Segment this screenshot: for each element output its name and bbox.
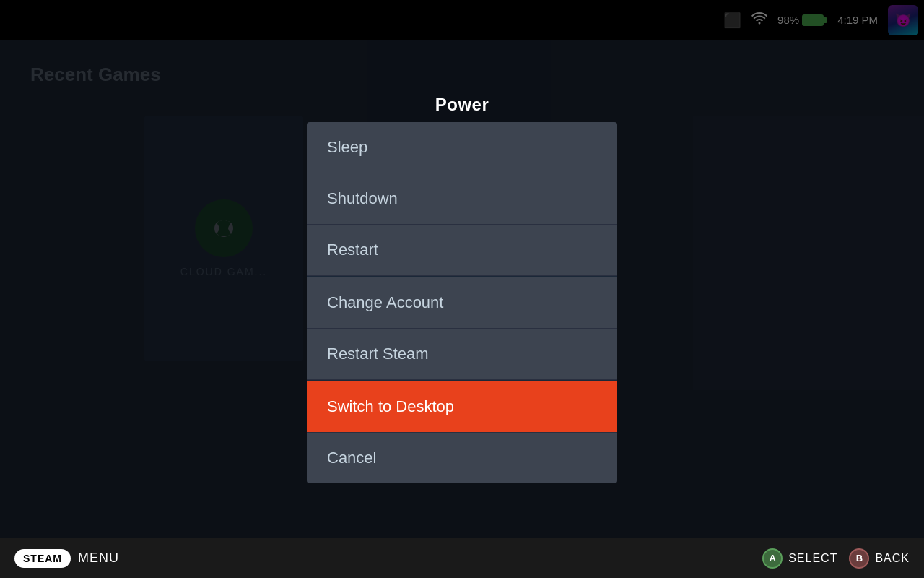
modal-overlay: Power Sleep Shutdown Restart Change Acco…	[0, 0, 924, 578]
select-label: SELECT	[788, 552, 837, 565]
select-control[interactable]: A SELECT	[762, 548, 837, 569]
menu-item-sleep[interactable]: Sleep	[307, 122, 617, 173]
menu-item-restart[interactable]: Restart	[307, 225, 617, 276]
menu-label: MENU	[78, 551, 119, 566]
menu-item-restart-steam[interactable]: Restart Steam	[307, 329, 617, 380]
change-account-label: Change Account	[327, 293, 443, 312]
power-dialog: Power Sleep Shutdown Restart Change Acco…	[307, 95, 617, 483]
steam-pill[interactable]: STEAM	[14, 549, 71, 568]
steam-menu-button[interactable]: STEAM MENU	[14, 549, 119, 568]
menu-item-change-account[interactable]: Change Account	[307, 276, 617, 329]
a-button[interactable]: A	[762, 548, 783, 569]
cancel-label: Cancel	[327, 449, 376, 467]
switch-to-desktop-label: Switch to Desktop	[327, 397, 454, 416]
restart-label: Restart	[327, 241, 378, 259]
dialog-title: Power	[435, 95, 489, 115]
bottom-bar: STEAM MENU A SELECT B BACK	[0, 538, 924, 578]
sleep-label: Sleep	[327, 138, 367, 157]
menu-list: Sleep Shutdown Restart Change Account Re…	[307, 122, 617, 483]
shutdown-label: Shutdown	[327, 189, 398, 208]
restart-steam-label: Restart Steam	[327, 345, 429, 363]
right-controls: A SELECT B BACK	[762, 548, 910, 569]
menu-item-switch-to-desktop[interactable]: Switch to Desktop	[307, 380, 617, 433]
menu-item-cancel[interactable]: Cancel	[307, 433, 617, 483]
back-label: BACK	[875, 552, 910, 565]
back-control[interactable]: B BACK	[849, 548, 910, 569]
menu-item-shutdown[interactable]: Shutdown	[307, 173, 617, 225]
b-button[interactable]: B	[849, 548, 869, 569]
